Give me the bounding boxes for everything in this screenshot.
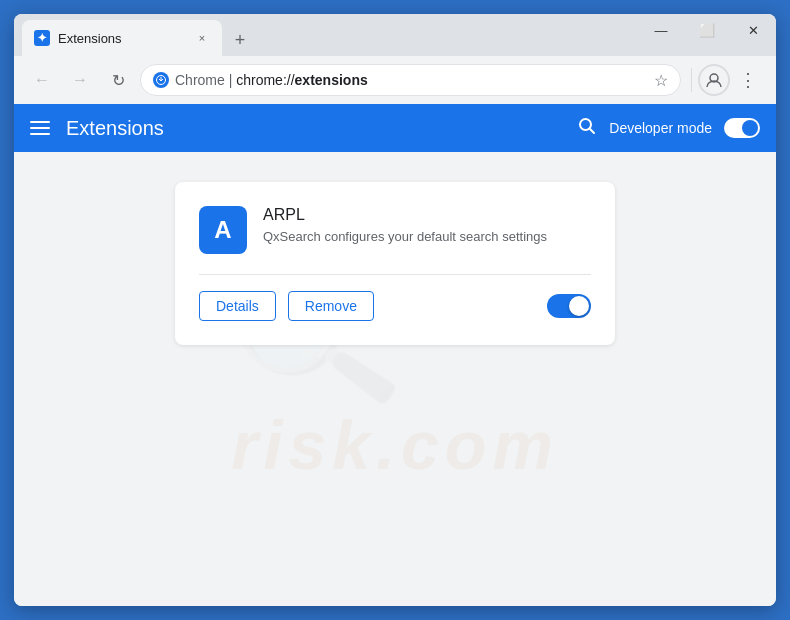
forward-arrow-icon: →	[72, 71, 88, 89]
reload-icon: ↻	[112, 71, 125, 90]
watermark-text: risk.com	[231, 406, 559, 484]
close-button[interactable]: ✕	[730, 14, 776, 46]
bookmark-star-icon[interactable]: ☆	[654, 71, 668, 90]
hamburger-menu-button[interactable]	[30, 121, 50, 135]
browser-tab[interactable]: ✦ Extensions ×	[22, 20, 222, 56]
address-text: Chrome | chrome://extensions	[175, 72, 648, 88]
window-controls: — ⬜ ✕	[638, 14, 776, 46]
extension-info: ARPL QxSearch configures your default se…	[263, 206, 591, 246]
maximize-button[interactable]: ⬜	[684, 14, 730, 46]
browser-window: ✦ Extensions × + — ⬜ ✕ ← → ↻ Chrome	[14, 14, 776, 606]
remove-button[interactable]: Remove	[288, 291, 374, 321]
extensions-header: Extensions Developer mode	[14, 104, 776, 152]
minimize-button[interactable]: —	[638, 14, 684, 46]
nav-divider	[691, 68, 692, 92]
back-button[interactable]: ←	[26, 64, 58, 96]
address-bar[interactable]: Chrome | chrome://extensions ☆	[140, 64, 681, 96]
nav-bar: ← → ↻ Chrome | chrome://extensions ☆	[14, 56, 776, 104]
details-button[interactable]: Details	[199, 291, 276, 321]
extension-enable-toggle[interactable]	[547, 294, 591, 318]
extension-icon: A	[199, 206, 247, 254]
extension-toggle-knob	[569, 296, 589, 316]
title-bar: ✦ Extensions × + — ⬜ ✕	[14, 14, 776, 56]
developer-mode-toggle[interactable]	[724, 118, 760, 138]
site-security-icon	[153, 72, 169, 88]
tab-favicon-icon: ✦	[34, 30, 50, 46]
new-tab-button[interactable]: +	[226, 26, 254, 54]
profile-button[interactable]	[698, 64, 730, 96]
search-icon[interactable]	[577, 116, 597, 141]
header-right-controls: Developer mode	[577, 116, 760, 141]
back-arrow-icon: ←	[34, 71, 50, 89]
content-area: 🔍 risk.com A ARPL QxSearch configures yo…	[14, 152, 776, 606]
chrome-menu-button[interactable]: ⋮	[732, 64, 764, 96]
toggle-knob	[742, 120, 758, 136]
extension-card-footer: Details Remove	[199, 291, 591, 321]
developer-mode-label: Developer mode	[609, 120, 712, 136]
extension-description: QxSearch configures your default search …	[263, 228, 591, 246]
extensions-page-title: Extensions	[66, 117, 561, 140]
card-divider	[199, 274, 591, 275]
tab-close-button[interactable]: ×	[194, 30, 210, 46]
extension-card-header: A ARPL QxSearch configures your default …	[199, 206, 591, 254]
tab-title: Extensions	[58, 31, 186, 46]
reload-button[interactable]: ↻	[102, 64, 134, 96]
nav-right-controls: ⋮	[687, 64, 764, 96]
extension-card: A ARPL QxSearch configures your default …	[175, 182, 615, 345]
forward-button[interactable]: →	[64, 64, 96, 96]
extension-name: ARPL	[263, 206, 591, 224]
address-site-name: Chrome	[175, 72, 225, 88]
address-path: chrome://extensions	[236, 72, 368, 88]
